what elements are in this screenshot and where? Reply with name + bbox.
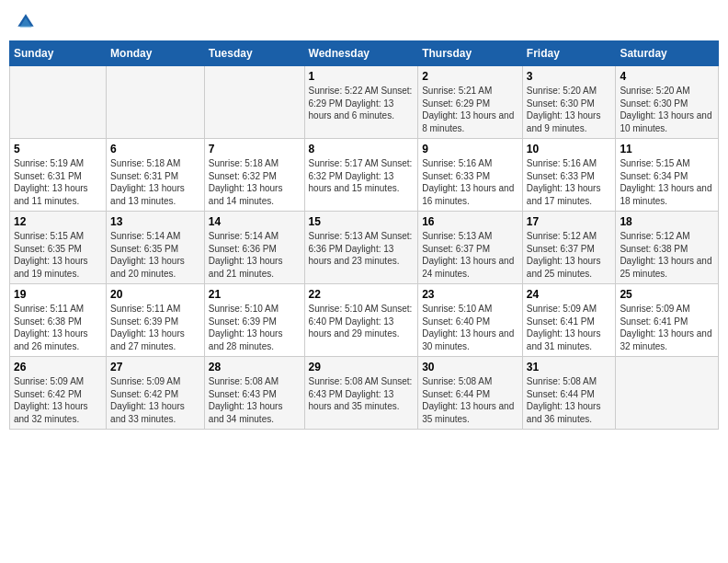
- calendar-cell: 29Sunrise: 5:08 AM Sunset: 6:43 PM Dayli…: [304, 357, 418, 430]
- calendar-cell: 6Sunrise: 5:18 AM Sunset: 6:31 PM Daylig…: [107, 139, 205, 212]
- day-number: 27: [110, 361, 200, 373]
- day-detail: Sunrise: 5:15 AM Sunset: 6:35 PM Dayligh…: [14, 230, 102, 280]
- calendar-cell: 14Sunrise: 5:14 AM Sunset: 6:36 PM Dayli…: [204, 212, 304, 284]
- day-detail: Sunrise: 5:09 AM Sunset: 6:42 PM Dayligh…: [14, 375, 102, 425]
- day-detail: Sunrise: 5:18 AM Sunset: 6:32 PM Dayligh…: [209, 157, 301, 207]
- day-number: 12: [14, 215, 102, 228]
- calendar-cell: 10Sunrise: 5:16 AM Sunset: 6:33 PM Dayli…: [522, 139, 616, 212]
- calendar-cell: [204, 66, 304, 139]
- calendar-cell: [616, 357, 719, 430]
- day-detail: Sunrise: 5:20 AM Sunset: 6:30 PM Dayligh…: [527, 85, 612, 134]
- calendar-cell: 24Sunrise: 5:09 AM Sunset: 6:41 PM Dayli…: [522, 284, 616, 357]
- day-number: 17: [527, 215, 612, 228]
- day-detail: Sunrise: 5:09 AM Sunset: 6:42 PM Dayligh…: [110, 375, 200, 425]
- calendar-cell: 7Sunrise: 5:18 AM Sunset: 6:32 PM Daylig…: [204, 139, 304, 212]
- day-number: 6: [110, 143, 200, 155]
- day-number: 1: [309, 70, 415, 83]
- day-number: 18: [620, 215, 714, 228]
- weekday-header-saturday: Saturday: [616, 41, 719, 66]
- calendar-cell: 16Sunrise: 5:13 AM Sunset: 6:37 PM Dayli…: [418, 212, 523, 284]
- day-detail: Sunrise: 5:09 AM Sunset: 6:41 PM Dayligh…: [527, 303, 612, 352]
- day-number: 4: [620, 70, 714, 83]
- day-number: 26: [14, 361, 102, 373]
- calendar-week-3: 12Sunrise: 5:15 AM Sunset: 6:35 PM Dayli…: [10, 212, 719, 284]
- logo-icon: [17, 13, 35, 31]
- day-number: 25: [620, 288, 714, 301]
- calendar-body: 1Sunrise: 5:22 AM Sunset: 6:29 PM Daylig…: [10, 66, 719, 430]
- day-detail: Sunrise: 5:14 AM Sunset: 6:35 PM Dayligh…: [110, 230, 200, 280]
- day-number: 14: [209, 215, 301, 228]
- calendar-cell: 30Sunrise: 5:08 AM Sunset: 6:44 PM Dayli…: [418, 357, 523, 430]
- day-detail: Sunrise: 5:16 AM Sunset: 6:33 PM Dayligh…: [422, 157, 518, 207]
- calendar-cell: 3Sunrise: 5:20 AM Sunset: 6:30 PM Daylig…: [522, 66, 616, 139]
- day-number: 29: [309, 361, 415, 373]
- calendar-cell: 11Sunrise: 5:15 AM Sunset: 6:34 PM Dayli…: [616, 139, 719, 212]
- day-detail: Sunrise: 5:19 AM Sunset: 6:31 PM Dayligh…: [14, 157, 102, 207]
- day-number: 10: [527, 143, 612, 155]
- day-number: 11: [620, 143, 714, 155]
- day-number: 31: [527, 361, 612, 373]
- page-header: [9, 9, 719, 35]
- day-number: 2: [422, 70, 518, 83]
- calendar-cell: 19Sunrise: 5:11 AM Sunset: 6:38 PM Dayli…: [10, 284, 107, 357]
- day-detail: Sunrise: 5:08 AM Sunset: 6:44 PM Dayligh…: [527, 375, 612, 425]
- weekday-header-sunday: Sunday: [10, 41, 107, 66]
- calendar-cell: 13Sunrise: 5:14 AM Sunset: 6:35 PM Dayli…: [107, 212, 205, 284]
- day-number: 8: [309, 143, 415, 155]
- day-number: 21: [209, 288, 301, 301]
- weekday-header-tuesday: Tuesday: [204, 41, 304, 66]
- weekday-header-wednesday: Wednesday: [304, 41, 418, 66]
- day-detail: Sunrise: 5:08 AM Sunset: 6:43 PM Dayligh…: [309, 375, 415, 413]
- calendar-week-1: 1Sunrise: 5:22 AM Sunset: 6:29 PM Daylig…: [10, 66, 719, 139]
- calendar-cell: 15Sunrise: 5:13 AM Sunset: 6:36 PM Dayli…: [304, 212, 418, 284]
- day-number: 22: [309, 288, 415, 301]
- day-detail: Sunrise: 5:12 AM Sunset: 6:37 PM Dayligh…: [527, 230, 612, 280]
- calendar-cell: 18Sunrise: 5:12 AM Sunset: 6:38 PM Dayli…: [616, 212, 719, 284]
- calendar-cell: 1Sunrise: 5:22 AM Sunset: 6:29 PM Daylig…: [304, 66, 418, 139]
- day-number: 15: [309, 215, 415, 228]
- day-number: 24: [527, 288, 612, 301]
- calendar-cell: 20Sunrise: 5:11 AM Sunset: 6:39 PM Dayli…: [107, 284, 205, 357]
- calendar-table: SundayMondayTuesdayWednesdayThursdayFrid…: [9, 40, 719, 430]
- calendar-week-2: 5Sunrise: 5:19 AM Sunset: 6:31 PM Daylig…: [10, 139, 719, 212]
- calendar-cell: 27Sunrise: 5:09 AM Sunset: 6:42 PM Dayli…: [107, 357, 205, 430]
- day-detail: Sunrise: 5:14 AM Sunset: 6:36 PM Dayligh…: [209, 230, 301, 280]
- day-detail: Sunrise: 5:20 AM Sunset: 6:30 PM Dayligh…: [620, 85, 714, 134]
- day-number: 13: [110, 215, 200, 228]
- weekday-header-monday: Monday: [107, 41, 205, 66]
- day-detail: Sunrise: 5:10 AM Sunset: 6:40 PM Dayligh…: [309, 303, 415, 340]
- weekday-header-friday: Friday: [522, 41, 616, 66]
- calendar-cell: 22Sunrise: 5:10 AM Sunset: 6:40 PM Dayli…: [304, 284, 418, 357]
- calendar-cell: [10, 66, 107, 139]
- day-detail: Sunrise: 5:13 AM Sunset: 6:36 PM Dayligh…: [309, 230, 415, 268]
- day-detail: Sunrise: 5:21 AM Sunset: 6:29 PM Dayligh…: [422, 85, 518, 134]
- day-number: 16: [422, 215, 518, 228]
- day-detail: Sunrise: 5:17 AM Sunset: 6:32 PM Dayligh…: [309, 157, 415, 195]
- day-detail: Sunrise: 5:15 AM Sunset: 6:34 PM Dayligh…: [620, 157, 714, 207]
- calendar-cell: 31Sunrise: 5:08 AM Sunset: 6:44 PM Dayli…: [522, 357, 616, 430]
- calendar-cell: 8Sunrise: 5:17 AM Sunset: 6:32 PM Daylig…: [304, 139, 418, 212]
- calendar-cell: 12Sunrise: 5:15 AM Sunset: 6:35 PM Dayli…: [10, 212, 107, 284]
- calendar-cell: 21Sunrise: 5:10 AM Sunset: 6:39 PM Dayli…: [204, 284, 304, 357]
- day-detail: Sunrise: 5:08 AM Sunset: 6:44 PM Dayligh…: [422, 375, 518, 425]
- calendar-cell: 25Sunrise: 5:09 AM Sunset: 6:41 PM Dayli…: [616, 284, 719, 357]
- weekday-header-thursday: Thursday: [418, 41, 523, 66]
- calendar-cell: 17Sunrise: 5:12 AM Sunset: 6:37 PM Dayli…: [522, 212, 616, 284]
- day-detail: Sunrise: 5:08 AM Sunset: 6:43 PM Dayligh…: [209, 375, 301, 425]
- day-number: 28: [209, 361, 301, 373]
- day-detail: Sunrise: 5:10 AM Sunset: 6:39 PM Dayligh…: [209, 303, 301, 352]
- day-number: 20: [110, 288, 200, 301]
- calendar-week-5: 26Sunrise: 5:09 AM Sunset: 6:42 PM Dayli…: [10, 357, 719, 430]
- day-detail: Sunrise: 5:10 AM Sunset: 6:40 PM Dayligh…: [422, 303, 518, 352]
- day-detail: Sunrise: 5:13 AM Sunset: 6:37 PM Dayligh…: [422, 230, 518, 280]
- day-number: 7: [209, 143, 301, 155]
- logo: [17, 13, 37, 31]
- day-detail: Sunrise: 5:18 AM Sunset: 6:31 PM Dayligh…: [110, 157, 200, 207]
- day-detail: Sunrise: 5:12 AM Sunset: 6:38 PM Dayligh…: [620, 230, 714, 280]
- day-detail: Sunrise: 5:11 AM Sunset: 6:39 PM Dayligh…: [110, 303, 200, 352]
- day-number: 30: [422, 361, 518, 373]
- day-number: 23: [422, 288, 518, 301]
- day-number: 19: [14, 288, 102, 301]
- day-number: 3: [527, 70, 612, 83]
- day-detail: Sunrise: 5:09 AM Sunset: 6:41 PM Dayligh…: [620, 303, 714, 352]
